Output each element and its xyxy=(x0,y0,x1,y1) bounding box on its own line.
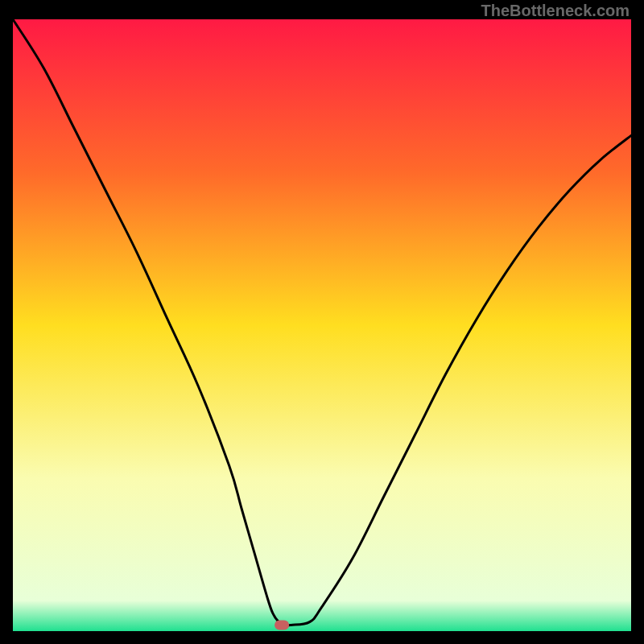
plot-area xyxy=(13,19,631,631)
watermark-text: TheBottleneck.com xyxy=(481,2,630,20)
chart-svg xyxy=(13,19,631,631)
chart-background xyxy=(13,19,631,631)
chart-container: TheBottleneck.com xyxy=(0,0,644,644)
optimal-point-marker xyxy=(275,620,289,630)
